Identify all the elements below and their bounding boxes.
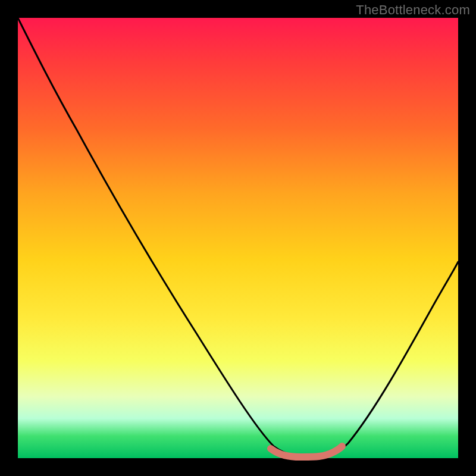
flat-region-highlight [271, 446, 342, 457]
watermark-text: TheBottleneck.com [356, 2, 470, 18]
bottleneck-curve [18, 18, 458, 457]
plot-area [18, 18, 458, 458]
chart-frame: TheBottleneck.com [0, 0, 476, 476]
chart-svg [18, 18, 458, 458]
